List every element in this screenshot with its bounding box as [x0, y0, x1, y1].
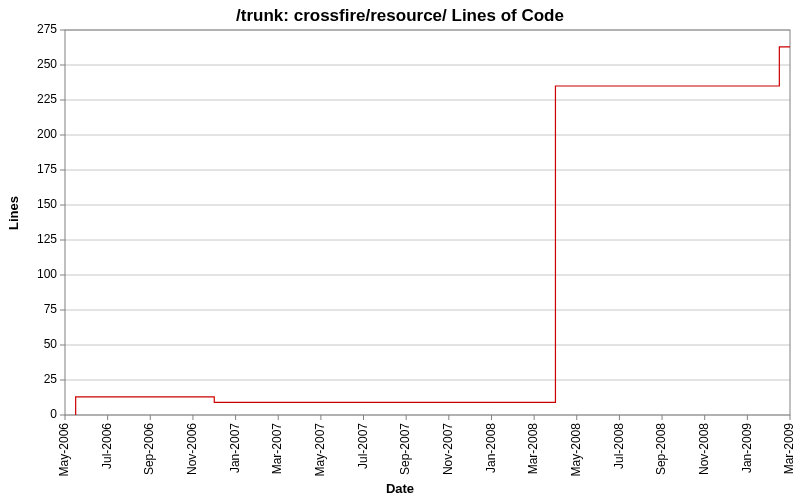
x-tick-label: Nov-2008 [697, 423, 711, 475]
chart-svg: 0255075100125150175200225250275May-2006J… [0, 0, 800, 500]
y-tick-label: 200 [37, 127, 57, 141]
y-tick-label: 225 [37, 92, 57, 106]
y-tick-label: 75 [44, 302, 58, 316]
y-tick-label: 25 [44, 372, 58, 386]
y-tick-label: 250 [37, 57, 57, 71]
x-tick-label: May-2006 [57, 423, 71, 477]
x-tick-label: Sep-2007 [398, 423, 412, 475]
x-tick-label: Jul-2008 [612, 423, 626, 469]
y-tick-label: 0 [50, 407, 57, 421]
plot-border [65, 30, 790, 415]
series-lines-of-code [76, 47, 790, 415]
x-tick-label: Jan-2007 [228, 423, 242, 473]
x-tick-label: Mar-2008 [526, 423, 540, 475]
x-tick-label: Sep-2008 [654, 423, 668, 475]
x-tick-label: Nov-2006 [185, 423, 199, 475]
x-tick-label: Jul-2007 [356, 423, 370, 469]
y-tick-label: 275 [37, 22, 57, 36]
x-tick-label: Jan-2009 [740, 423, 754, 473]
x-tick-label: May-2008 [569, 423, 583, 477]
y-tick-label: 50 [44, 337, 58, 351]
x-tick-label: Jul-2006 [100, 423, 114, 469]
x-tick-label: Sep-2006 [142, 423, 156, 475]
chart-container: /trunk: crossfire/resource/ Lines of Cod… [0, 0, 800, 500]
x-tick-label: Nov-2007 [441, 423, 455, 475]
x-tick-label: Mar-2009 [782, 423, 796, 475]
x-tick-label: May-2007 [313, 423, 327, 477]
y-tick-label: 175 [37, 162, 57, 176]
x-tick-label: Jan-2008 [484, 423, 498, 473]
y-tick-label: 150 [37, 197, 57, 211]
x-tick-label: Mar-2007 [270, 423, 284, 475]
y-tick-label: 125 [37, 232, 57, 246]
y-tick-label: 100 [37, 267, 57, 281]
